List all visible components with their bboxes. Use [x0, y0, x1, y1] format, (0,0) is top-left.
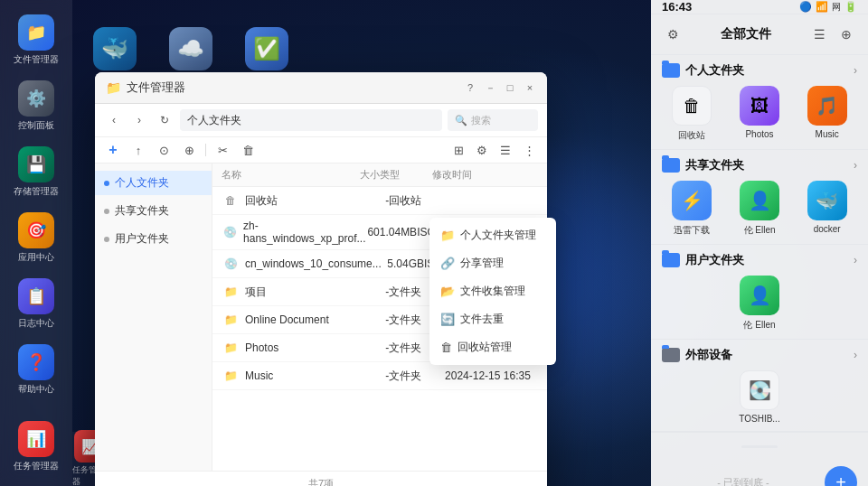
action-paste-btn[interactable]: ⊕ [180, 141, 198, 159]
window-title-icon: 📁 [106, 80, 121, 95]
dock-item-file-manager[interactable]: 📁 文件管理器 [5, 9, 68, 70]
context-personal-manage[interactable]: 📁 个人文件夹管理 [429, 221, 556, 249]
panel-shared-header: 共享文件夹 › [662, 157, 857, 173]
view-sort-btn[interactable]: ☰ [496, 141, 514, 159]
panel-user-ellen-item[interactable]: 👤 伦 Ellen [662, 276, 857, 332]
sidebar-group-user: 用户文件夹 [95, 227, 212, 251]
panel-plus-small-btn[interactable]: ⊕ [835, 23, 857, 45]
sidebar-item-user[interactable]: 用户文件夹 [95, 227, 212, 251]
context-share-manage[interactable]: 🔗 分享管理 [429, 249, 556, 277]
user-chevron[interactable]: › [854, 254, 857, 266]
panel-recycle-icon: 🗑 [672, 86, 712, 126]
panel-list-btn[interactable]: ☰ [808, 23, 830, 45]
panel-personal-grid: 🗑 回收站 🖼 Photos 🎵 Music [662, 86, 857, 142]
window-title-area: 📁 文件管理器 [106, 79, 185, 96]
file-row-recycle[interactable]: 🗑 回收站 - 回收站 [212, 187, 547, 215]
window-min-btn[interactable]: － [484, 81, 496, 94]
folder-icon-shared [662, 158, 680, 173]
panel-settings-btn[interactable]: ⚙ [662, 23, 684, 45]
left-dock: 📁 文件管理器 ⚙️ 控制面板 💾 存储管理器 🎯 应用中心 📋 日志中心 ❓ … [0, 0, 72, 486]
desktop-icon-todo[interactable]: ✅ [238, 27, 296, 74]
action-right-group: ⊞ ⚙ ☰ ⋮ [449, 141, 538, 159]
file-row-music[interactable]: 📁 Music - 文件夹 2024-12-15 16:35 [212, 362, 547, 390]
dock-item-app-center[interactable]: 🎯 应用中心 [5, 207, 68, 268]
context-collection-icon: 📂 [440, 285, 455, 298]
folder-icon-personal [662, 63, 680, 78]
personal-chevron[interactable]: › [854, 64, 857, 77]
panel-personal-header: 个人文件夹 › [662, 62, 857, 79]
window-toolbar: ‹ › ↻ 个人文件夹 🔍 搜索 [95, 104, 547, 137]
panel-section-external: 外部设备 › 💽 TOSHIB... [651, 340, 868, 432]
action-up-btn[interactable]: ↑ [129, 141, 147, 159]
search-placeholder: 搜索 [471, 114, 491, 127]
dock-item-log[interactable]: 📋 日志中心 [5, 273, 68, 334]
path-text: 个人文件夹 [187, 113, 241, 128]
desktop-icon-cloud[interactable]: ☁️ [162, 27, 220, 74]
dock-label-file-manager: 文件管理器 [14, 54, 59, 65]
sidebar-label-personal: 个人文件夹 [115, 175, 169, 191]
view-grid-btn[interactable]: ⊞ [449, 141, 467, 159]
view-settings-btn[interactable]: ⚙ [473, 141, 491, 159]
nav-back-btn[interactable]: ‹ [104, 110, 124, 130]
panel-docker-item[interactable]: 🐳 docker [797, 181, 857, 237]
window-action-bar: + ↑ ⊙ ⊕ ✂ 🗑 ⊞ ⚙ ☰ ⋮ [95, 137, 547, 164]
action-copy-btn[interactable]: ⊙ [155, 141, 173, 159]
context-dedup[interactable]: 🔄 文件去重 [429, 305, 556, 333]
panel-photos-item[interactable]: 🖼 Photos [730, 86, 790, 142]
search-bar[interactable]: 🔍 搜索 [448, 109, 538, 131]
recycle-icon: 🗑 [222, 192, 240, 210]
app-center-icon: 🎯 [18, 212, 54, 248]
window-close-btn[interactable]: × [524, 81, 536, 94]
panel-section-user: 用户文件夹 › 👤 伦 Ellen [651, 245, 868, 340]
panel-recycle-item[interactable]: 🗑 回收站 [662, 86, 722, 142]
window-controls: ? － □ × [464, 81, 536, 94]
desktop-icon-docker[interactable]: 🐳 [86, 27, 144, 74]
dock-item-control-panel[interactable]: ⚙️ 控制面板 [5, 75, 68, 136]
window-titlebar: 📁 文件管理器 ? － □ × [95, 72, 547, 104]
view-more-btn[interactable]: ⋮ [520, 141, 538, 159]
control-panel-icon: ⚙️ [18, 80, 54, 117]
context-collection-manage[interactable]: 📂 文件收集管理 [429, 277, 556, 305]
nav-forward-btn[interactable]: › [129, 110, 149, 130]
network-icon: 网 [832, 1, 841, 14]
file-name-music: 📁 Music [222, 367, 334, 385]
col-header-date: 修改时间 [432, 168, 520, 182]
panel-download-item[interactable]: ⚡ 迅雷下载 [662, 181, 722, 237]
panel-music-item[interactable]: 🎵 Music [797, 86, 857, 142]
window-help-btn[interactable]: ? [464, 81, 476, 94]
dock-item-storage[interactable]: 💾 存储管理器 [5, 141, 68, 202]
iso-icon-1: 💿 [222, 223, 238, 241]
action-add-btn[interactable]: + [104, 141, 122, 159]
battery-icon: 🔋 [844, 1, 857, 13]
dock-label-control: 控制面板 [18, 120, 54, 131]
panel-toshiba-item[interactable]: 💽 TOSHIB... [662, 370, 857, 424]
nav-refresh-btn[interactable]: ↻ [155, 110, 175, 130]
bluetooth-icon: 🔵 [799, 1, 812, 13]
sidebar-dot-personal [104, 181, 109, 186]
dock-label-storage: 存储管理器 [14, 186, 59, 197]
window-max-btn[interactable]: □ [504, 81, 516, 94]
panel-add-btn[interactable]: + [825, 466, 857, 486]
context-recycle-manage[interactable]: 🗑 回收站管理 [429, 333, 556, 361]
dock-item-help[interactable]: ❓ 帮助中心 [5, 339, 68, 400]
shared-chevron[interactable]: › [854, 159, 857, 172]
sidebar-item-personal[interactable]: 个人文件夹 [95, 171, 212, 195]
panel-toshiba-icon: 💽 [740, 370, 779, 410]
dock-label-help: 帮助中心 [18, 384, 54, 395]
context-dedup-icon: 🔄 [440, 313, 455, 326]
panel-personal-title: 个人文件夹 [662, 62, 744, 79]
external-chevron[interactable]: › [854, 349, 857, 361]
dock-item-task[interactable]: 📊 任务管理器 [5, 416, 68, 477]
window-body: 个人文件夹 共享文件夹 用户文件夹 [95, 164, 547, 471]
panel-ellen-item[interactable]: 👤 伦 Ellen [730, 181, 790, 237]
panel-bottom-text: - 已到到底 - [662, 476, 825, 487]
action-delete-btn[interactable]: 🗑 [239, 141, 257, 159]
help-icon: ❓ [18, 344, 54, 380]
folder-icon-online: 📁 [222, 311, 240, 329]
path-bar[interactable]: 个人文件夹 [180, 109, 442, 131]
sidebar-item-shared[interactable]: 共享文件夹 [95, 199, 212, 223]
panel-external-title: 外部设备 [662, 347, 732, 363]
panel-shared-grid: ⚡ 迅雷下载 👤 伦 Ellen 🐳 docker [662, 181, 857, 237]
action-cut-btn[interactable]: ✂ [213, 141, 231, 159]
panel-topbar: 16:43 🔵 📶 网 🔋 [651, 0, 868, 14]
